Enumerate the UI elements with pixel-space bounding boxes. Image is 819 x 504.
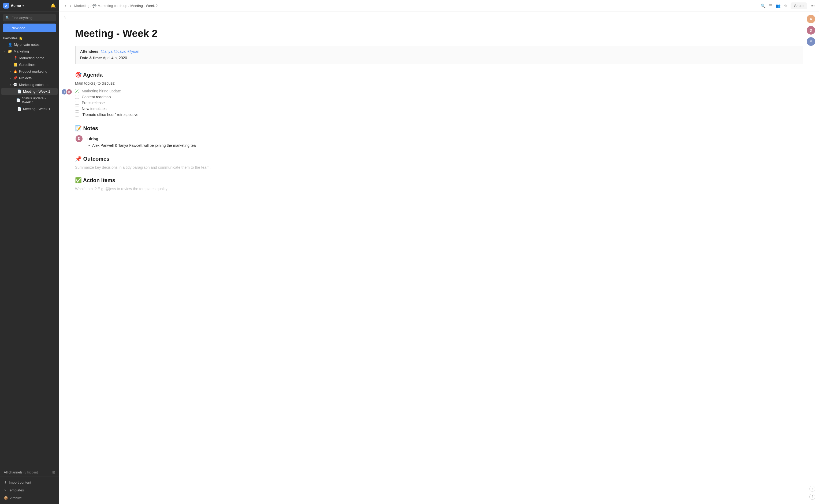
fire-icon: 🔥 <box>13 69 17 73</box>
pin-icon: 📍 <box>13 56 18 60</box>
datetime-label: Date & time: <box>80 56 102 60</box>
sidebar-item-label: Marketing <box>14 49 29 53</box>
checklist-item-content: Content roadmap <box>75 94 803 100</box>
attendee-anya[interactable]: @anya <box>100 49 113 54</box>
attendee-david[interactable]: @david <box>114 49 126 54</box>
users-icon[interactable]: 👥 <box>776 3 781 8</box>
checklist-item-templates: New templates <box>75 106 803 112</box>
checklist-text-content: Content roadmap <box>82 95 111 99</box>
checklist-item-press: Press release <box>75 100 803 106</box>
search-bar[interactable]: 🔍 Find anything <box>3 14 56 21</box>
scroll-to-top-button[interactable]: ↑ <box>809 486 815 492</box>
notes-heading: 📝 Notes <box>75 125 803 131</box>
document-info-box: Attendees: @anya @david @yuan Date & tim… <box>75 46 803 64</box>
sidebar-item-meeting-week1[interactable]: 📄 Meeting - Week 1 <box>1 106 58 112</box>
search-icon: 🔍 <box>5 16 10 20</box>
new-doc-label: New doc <box>12 26 25 30</box>
main-content: ‹ › Marketing / 💬 Marketing catch-up / M… <box>59 0 819 504</box>
more-icon[interactable]: ••• <box>810 3 815 8</box>
all-channels-row[interactable]: All channels (8 hidden) ⊞ <box>0 468 59 476</box>
datetime-row: Date & time: April 4th, 2020 <box>80 55 799 61</box>
new-doc-button[interactable]: ＋ New doc <box>3 24 56 32</box>
book-icon: 📒 <box>13 63 17 67</box>
sidebar-templates-button[interactable]: ○ Templates <box>0 486 59 494</box>
sidebar-item-private-notes[interactable]: 👤 My private notes <box>1 41 58 48</box>
action-heading: ✅ Action items <box>75 177 803 183</box>
avatar-anya[interactable]: A <box>807 15 815 23</box>
checklist-container: Y D ✓ Marketing hiring update Content ro… <box>75 88 803 118</box>
avatar-yuan[interactable]: Y <box>807 37 815 46</box>
document-area: ⤡ Meeting - Week 2 Attendees: @anya @dav… <box>59 12 819 504</box>
star-icon[interactable]: ☆ <box>784 3 787 8</box>
person-icon: 👤 <box>8 43 12 47</box>
chat-small-icon: 💬 <box>92 4 96 8</box>
sidebar-item-marketing[interactable]: ▾ 📁 Marketing <box>1 48 58 55</box>
document-title: Meeting - Week 2 <box>75 28 803 39</box>
sidebar-item-status-update-week1[interactable]: 📄 Status update - Week 1 <box>1 95 58 106</box>
search-icon[interactable]: 🔍 <box>761 3 766 8</box>
add-channel-icon[interactable]: ⊞ <box>52 470 55 474</box>
breadcrumb-marketing[interactable]: Marketing <box>74 4 89 8</box>
checkbox-templates[interactable] <box>75 107 79 111</box>
bell-icon[interactable]: 🔔 <box>50 3 56 8</box>
sidebar-item-marketing-catchup[interactable]: ▾ 💬 Marketing catch up <box>1 81 58 88</box>
breadcrumb: Marketing / 💬 Marketing catch-up / Meeti… <box>74 4 158 8</box>
sidebar-import-button[interactable]: ⬇ Import content <box>0 479 59 486</box>
chevron-right-icon: ▸ <box>10 70 11 73</box>
outcomes-heading: 📌 Outcomes <box>75 156 803 162</box>
plus-icon: ＋ <box>6 25 10 30</box>
sidebar-item-label: Product marketing <box>19 69 47 73</box>
checkbox-content[interactable] <box>75 95 79 99</box>
sidebar-archive-button[interactable]: 📦 Archive <box>0 494 59 502</box>
notes-avatar: D <box>75 135 83 143</box>
sidebar-bottom: ⬇ Import content ○ Templates 📦 Archive <box>0 476 59 504</box>
sidebar-item-label: My private notes <box>14 43 39 47</box>
star-icon: ⭐ <box>19 36 23 40</box>
datetime-value: April 4th, 2020 <box>103 56 127 60</box>
pushpin-icon: 📌 <box>13 76 17 80</box>
sidebar-item-meeting-week2[interactable]: 📄 Meeting - Week 2 <box>1 88 58 95</box>
attendee-yuan[interactable]: @yuan <box>127 49 139 54</box>
action-placeholder: What’s next? E.g. @jess to review the te… <box>75 187 803 191</box>
checkmark-icon: ✓ <box>76 89 78 93</box>
workspace-name[interactable]: A Acme ▾ <box>3 3 24 9</box>
sidebar-item-guidelines[interactable]: ▸ 📒 Guidelines <box>1 61 58 68</box>
breadcrumb-current: Meeting - Week 2 <box>130 4 158 8</box>
sidebar-item-marketing-home[interactable]: 📍 Marketing home <box>1 55 58 61</box>
archive-label: Archive <box>10 496 22 500</box>
chevron-right-icon: ▸ <box>10 63 11 66</box>
inline-avatar-david: D <box>66 89 72 95</box>
checkbox-hiring[interactable]: ✓ <box>75 89 79 93</box>
inline-avatars: Y D <box>61 89 72 95</box>
all-channels-label: All channels (8 hidden) <box>4 470 38 474</box>
sidebar-item-label: Projects <box>19 76 32 80</box>
doc-icon: 📄 <box>17 89 21 93</box>
search-label: Find anything <box>12 16 32 20</box>
hiring-section-label: Hiring <box>87 137 196 141</box>
topbar-right: 🔍 ☰ 👥 ☆ Share ••• <box>761 2 815 9</box>
avatar-david[interactable]: D <box>807 26 815 35</box>
sidebar-item-product-marketing[interactable]: ▸ 🔥 Product marketing <box>1 68 58 75</box>
back-button[interactable]: ‹ <box>63 3 67 9</box>
collapse-sidebar-button[interactable]: ⤡ <box>63 15 66 19</box>
checklist-item-remote: “Remote office hour” retrospective <box>75 112 803 118</box>
import-label: Import content <box>9 480 31 484</box>
chevron-right-icon: ▸ <box>10 77 11 80</box>
help-button[interactable]: ? <box>809 494 815 500</box>
favorites-section: Favorites ⭐ <box>0 35 59 41</box>
main-topics-text: Main topic(s) to discuss: <box>75 81 803 85</box>
checklist-text-press: Press release <box>82 101 105 105</box>
forward-button[interactable]: › <box>68 3 72 9</box>
sidebar-item-projects[interactable]: ▸ 📌 Projects <box>1 75 58 81</box>
sidebar-item-label: Meeting - Week 2 <box>23 89 50 93</box>
breadcrumb-catchup[interactable]: Marketing catch-up <box>98 4 127 8</box>
checkbox-press[interactable] <box>75 101 79 105</box>
list-icon[interactable]: ☰ <box>769 3 772 8</box>
templates-icon: ○ <box>4 488 6 492</box>
checklist-item-hiring: ✓ Marketing hiring update <box>75 88 803 94</box>
notes-body: Hiring Alex Panwell & Tanya Fawcett will… <box>87 135 196 148</box>
checkbox-remote[interactable] <box>75 112 79 116</box>
checklist-text-remote: “Remote office hour” retrospective <box>82 112 138 117</box>
workspace-icon: A <box>3 3 9 9</box>
share-button[interactable]: Share <box>791 2 807 9</box>
